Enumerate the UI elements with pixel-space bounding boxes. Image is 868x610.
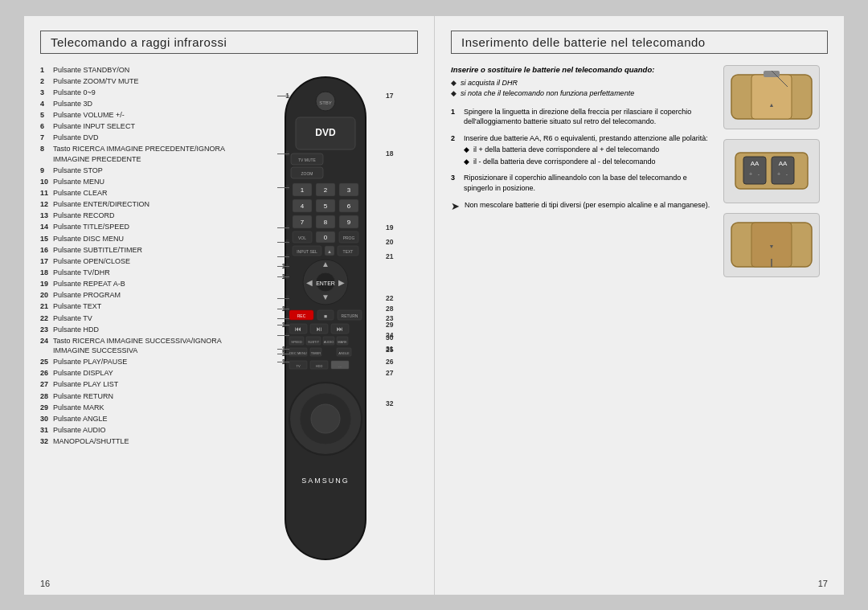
step-item: 2Inserire due batterie AA, R6 o equivale… (451, 133, 715, 167)
list-item-num: 13 (40, 211, 53, 220)
svg-text:8: 8 (324, 219, 328, 226)
list-item-text: Pulsante TITLE/SPEED (53, 222, 129, 231)
list-item: 31Pulsante AUDIO (40, 425, 253, 435)
svg-text:7: 7 (301, 219, 305, 226)
list-item-text: Pulsante TV (53, 313, 92, 323)
remote-label-right: 24 (386, 331, 393, 339)
list-item: 9Pulsante STOP (40, 166, 253, 175)
instructions-area: Inserire o sostituire le batterie nel te… (451, 65, 715, 587)
step-item: 1Spingere la linguetta in direzione dell… (451, 107, 715, 127)
remote-label-right: 17 (386, 92, 393, 100)
list-item-text: Pulsante ZOOM/TV MUTE (53, 76, 139, 86)
list-item-text: Pulsante VOLUME +/- (53, 110, 125, 120)
list-item-text: Pulsante REPEAT A-B (53, 279, 125, 289)
svg-text:TV: TV (296, 364, 300, 368)
list-item-num: 15 (40, 234, 53, 244)
list-item-num: 32 (40, 436, 53, 446)
list-item: 18Pulsante TV/DHR (40, 268, 253, 277)
list-item-num: 19 (40, 279, 53, 289)
svg-text:HDD: HDD (316, 364, 323, 368)
step-text: Inserire due batterie AA, R6 o equivalen… (464, 133, 715, 144)
svg-text:VOL: VOL (298, 235, 306, 240)
list-item-num: 5 (40, 110, 53, 120)
list-item-text: Pulsante DISPLAY (53, 368, 113, 378)
svg-text:SUBTIT: SUBTIT (308, 340, 320, 344)
svg-text:ZOOM: ZOOM (301, 171, 313, 176)
list-item-text: Pulsante DVD (53, 133, 99, 142)
svg-point-80 (311, 404, 340, 433)
svg-text:3: 3 (347, 186, 351, 194)
step-num: 1 (451, 107, 464, 127)
list-item-text: Pulsante TV/DHR (53, 268, 110, 277)
svg-text:⏯: ⏯ (316, 325, 322, 333)
remote-label-right: 28 (386, 305, 393, 313)
list-item-num: 10 (40, 177, 53, 186)
list-item-num: 14 (40, 222, 53, 231)
svg-text:+: + (777, 171, 780, 177)
step-text: Spingere la linguetta in direzione della… (464, 107, 715, 127)
list-item-text: Pulsante PLAY/PAUSE (53, 357, 127, 366)
svg-text:INPUT SEL: INPUT SEL (297, 249, 317, 254)
insert-label: Inserire o sostituire le batterie nel te… (451, 65, 715, 74)
remote-label-right: 26 (386, 358, 393, 366)
list-item-num: 11 (40, 188, 53, 198)
list-item-text: Tasto RICERCA IMMAGINE SUCCESSIVA/IGNORA… (53, 336, 253, 355)
list-item: 26Pulsante DISPLAY (40, 368, 253, 378)
list-item-num: 18 (40, 268, 53, 277)
list-item-text: Pulsante DISC MENU (53, 234, 124, 244)
list-item: 6Pulsante INPUT SELECT (40, 121, 253, 131)
page: Telecomando a raggi infrarossi 1Pulsante… (24, 16, 844, 595)
sub-bullet-text: il - della batteria deve corrispondere a… (473, 157, 656, 167)
svg-text:▼: ▼ (321, 293, 330, 301)
list-item: 28Pulsante RETURN (40, 391, 253, 401)
list-item-text: MANOPOLA/SHUTTLE (53, 436, 129, 446)
list-item-text: Pulsante 0~9 (53, 88, 96, 97)
bullet-icon: ◆ (451, 79, 461, 87)
battery-image-1: ▲ (723, 65, 820, 129)
list-item-text: Pulsante PLAY LIST (53, 379, 118, 389)
svg-text:DEC MENU: DEC MENU (289, 351, 306, 355)
bullet-icon: ◆ (451, 89, 461, 97)
list-item-text: Pulsante OPEN/CLOSE (53, 256, 130, 266)
numbered-list: 1Pulsante STANDBY/ON2Pulsante ZOOM/TV MU… (40, 65, 257, 587)
list-item: 30Pulsante ANGLE (40, 414, 253, 424)
list-item-num: 26 (40, 368, 53, 378)
list-item-num: 1 (40, 65, 53, 75)
svg-rect-83 (751, 75, 792, 119)
page-number-right: 17 (818, 579, 828, 588)
svg-text:STBY: STBY (319, 100, 332, 105)
step-item: 3Riposizionare il coperchio allineandolo… (451, 173, 715, 193)
bullet-item: ◆si nota che il telecomando non funziona… (451, 89, 715, 97)
remote-label-right: 30 (386, 334, 393, 342)
remote-label-right: 25 (386, 346, 393, 354)
left-panel: Telecomando a raggi infrarossi 1Pulsante… (24, 16, 434, 595)
warning-text: Non mescolare batterie di tipi diversi (… (465, 200, 710, 211)
list-item-num: 20 (40, 290, 53, 300)
list-item-num: 6 (40, 121, 53, 131)
remote-area: STBY DVD TV MUTE ZOOM 1 (257, 65, 418, 587)
svg-text:◀: ◀ (306, 278, 313, 287)
steps-list: 1Spingere la linguetta in direzione dell… (451, 107, 715, 194)
list-item: 12Pulsante ENTER/DIRECTION (40, 199, 253, 209)
svg-text:▼: ▼ (769, 244, 775, 249)
list-item-num: 29 (40, 403, 53, 412)
svg-text:+: + (749, 171, 752, 177)
list-item: 5Pulsante VOLUME +/- (40, 110, 253, 120)
svg-text:TV MUTE: TV MUTE (298, 158, 317, 162)
list-item-text: Pulsante PROGRAM (53, 290, 121, 300)
svg-text:TIMER: TIMER (311, 351, 321, 355)
right-title: Inserimento delle batterie nel telecoman… (451, 31, 828, 54)
svg-text:...: ... (338, 364, 341, 368)
list-item: 8Tasto RICERCA IMMAGINE PRECEDENTE/IGNOR… (40, 144, 253, 163)
list-item: 11Pulsante CLEAR (40, 188, 253, 198)
bullet-item: ◆si acquista il DHR (451, 79, 715, 87)
remote-label-right: 29 (386, 321, 393, 329)
svg-text:5: 5 (324, 203, 328, 210)
list-item: 13Pulsante RECORD (40, 211, 253, 220)
bullet-text: si nota che il telecomando non funziona … (461, 89, 634, 97)
list-item-num: 22 (40, 313, 53, 323)
list-item-num: 25 (40, 357, 53, 366)
list-item: 25Pulsante PLAY/PAUSE (40, 357, 253, 366)
list-item-text: Pulsante 3D (53, 99, 92, 108)
list-item: 16Pulsante SUBTITLE/TIMER (40, 245, 253, 255)
